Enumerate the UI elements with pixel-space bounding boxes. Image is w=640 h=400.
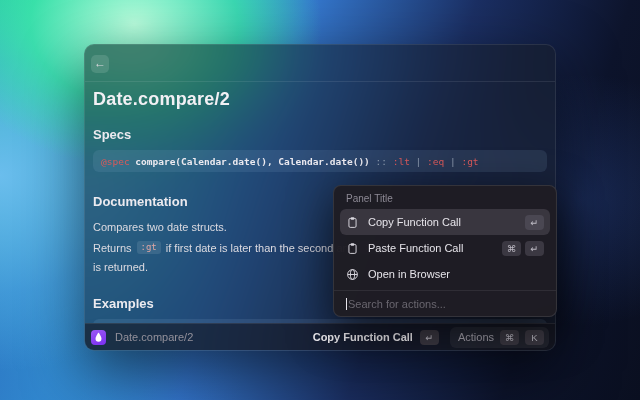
- spec-code-block: @spec compare(Calendar.date(), Calendar.…: [93, 150, 547, 172]
- action-panel-list: Copy Function Call ↵ Paste Function Call…: [340, 209, 550, 287]
- cmd-key-badge: ⌘: [500, 330, 519, 345]
- cmd-key-badge: ⌘: [502, 241, 521, 256]
- spec-token: ::: [370, 156, 393, 167]
- action-item-open-in-browser[interactable]: Open in Browser: [340, 261, 550, 287]
- action-item-keys: ↵: [525, 215, 544, 230]
- action-item-label: Open in Browser: [368, 268, 544, 280]
- return-key-badge: ↵: [420, 330, 439, 345]
- spec-token: compare(Calendar.date(), Calendar.date()…: [135, 156, 370, 167]
- back-button[interactable]: ←: [91, 55, 109, 73]
- action-panel-popup: Panel Title Copy Function Call ↵ Paste: [333, 185, 557, 317]
- doc-text: if first date is later than the second a…: [166, 242, 355, 254]
- spec-token: :gt: [461, 156, 478, 167]
- inline-code-gt: :gt: [137, 241, 161, 254]
- action-item-label: Copy Function Call: [368, 216, 525, 228]
- status-bar: Date.compare/2 Copy Function Call ↵ Acti…: [85, 323, 555, 350]
- drop-icon: [94, 332, 103, 343]
- action-item-copy-function-call[interactable]: Copy Function Call ↵: [340, 209, 550, 235]
- action-item-label: Paste Function Call: [368, 242, 502, 254]
- action-search-input[interactable]: Search for actions...: [346, 291, 546, 317]
- clipboard-icon: [346, 242, 359, 255]
- action-item-paste-function-call[interactable]: Paste Function Call ⌘ ↵: [340, 235, 550, 261]
- clipboard-icon: [346, 216, 359, 229]
- action-item-keys: ⌘ ↵: [502, 241, 544, 256]
- status-app-label: Date.compare/2: [115, 331, 193, 343]
- window-header: ←: [85, 45, 555, 82]
- primary-action-button[interactable]: Copy Function Call: [313, 331, 413, 343]
- back-arrow-icon: ←: [94, 56, 106, 70]
- search-placeholder: Search for actions...: [348, 298, 446, 310]
- spec-token: |: [410, 156, 427, 167]
- page-title: Date.compare/2: [93, 89, 547, 110]
- spec-token: :lt: [393, 156, 410, 167]
- actions-button[interactable]: Actions ⌘ K: [450, 327, 549, 348]
- action-panel-title: Panel Title: [346, 193, 393, 204]
- specs-heading: Specs: [93, 127, 547, 142]
- return-key-badge: ↵: [525, 241, 544, 256]
- text-caret: [346, 298, 347, 310]
- elixir-app-icon: [91, 330, 106, 345]
- globe-icon: [346, 268, 359, 281]
- actions-label: Actions: [455, 331, 494, 343]
- spec-token: :eq: [427, 156, 444, 167]
- doc-text: Returns: [93, 242, 132, 254]
- k-key-badge: K: [525, 330, 544, 345]
- spec-token: |: [444, 156, 461, 167]
- return-key-badge: ↵: [525, 215, 544, 230]
- spec-token: @spec: [101, 156, 135, 167]
